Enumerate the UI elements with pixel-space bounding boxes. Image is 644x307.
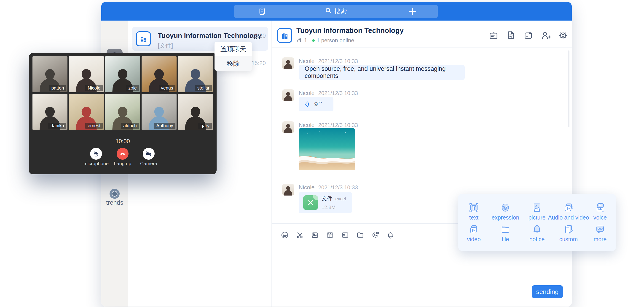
remove-menu-item[interactable]: 移除 <box>214 56 252 71</box>
participant-tile[interactable]: venus <box>142 56 176 92</box>
voice-message-bubble[interactable]: 9`` <box>299 97 334 111</box>
file-folder-icon[interactable] <box>356 231 364 240</box>
participant-name: stellar <box>195 85 212 91</box>
message-meta: Nicole2021/12/3 10:33 <box>299 90 358 96</box>
avatar[interactable] <box>282 121 294 133</box>
panel-item-custom[interactable]: custom <box>553 224 584 243</box>
camera-label: Camera <box>140 161 157 166</box>
participant-name: venus <box>159 85 176 91</box>
avatar[interactable] <box>282 184 294 196</box>
contact-card-icon[interactable] <box>341 231 349 240</box>
microphone-mute-button[interactable] <box>90 148 102 160</box>
participant-tile[interactable]: Nicole <box>69 56 104 92</box>
settings-gear-icon[interactable] <box>558 30 568 40</box>
participant-name: Nicole <box>85 85 103 91</box>
conversation-title: Tuoyun Information Technology <box>158 32 262 39</box>
file-size: 12.8M <box>322 204 346 210</box>
hang-up-label: hang up <box>114 161 131 166</box>
top-bar: 搜索 <box>101 2 572 20</box>
search-icon <box>325 7 332 15</box>
participant-tile[interactable]: aldrich <box>105 94 140 130</box>
composer-toolbar <box>280 231 394 240</box>
participant-name: zoie <box>126 85 139 91</box>
participant-tile[interactable]: danika <box>32 94 68 130</box>
add-button[interactable] <box>408 6 418 17</box>
hang-up-button[interactable] <box>117 148 128 160</box>
conversation-time: 15:20 <box>251 32 266 39</box>
panel-item-notice[interactable]: notice <box>521 224 553 243</box>
members-icon <box>296 37 302 44</box>
message-meta: Nicole2021/12/3 10:33 <box>299 122 358 128</box>
message-meta: Nicole2021/12/3 10:33 <box>299 184 358 191</box>
conversation-time: 15:20 <box>251 60 266 66</box>
group-icon <box>136 31 151 46</box>
text-message-bubble[interactable]: Open source, free, and universal instant… <box>299 65 465 80</box>
chat-panel: Tuoyun Information Technology 1 1 person… <box>272 20 572 307</box>
screenshot-scissors-icon[interactable] <box>296 231 304 240</box>
send-button[interactable]: sending <box>532 285 563 298</box>
conversation-preview: [文件] <box>158 41 173 49</box>
panel-item-voice[interactable]: voice <box>584 202 616 221</box>
participant-tile[interactable]: Anthony <box>142 94 176 130</box>
avatar-silhouette <box>282 121 294 133</box>
search-bar[interactable]: 搜索 <box>234 5 438 18</box>
voice-icon <box>304 100 311 108</box>
call-icon[interactable] <box>371 231 380 240</box>
participant-tile[interactable]: patton <box>32 56 68 92</box>
camera-off-button[interactable] <box>143 148 154 160</box>
chat-history-search-icon[interactable] <box>506 30 516 40</box>
participant-tile[interactable]: ernest <box>69 94 104 130</box>
trends-icon[interactable] <box>110 189 120 199</box>
search-field[interactable]: 搜索 <box>234 5 438 18</box>
avatar-silhouette <box>282 184 294 196</box>
participant-name: gary <box>198 123 212 129</box>
panel-item-text[interactable]: text <box>458 202 490 221</box>
search-placeholder: 搜索 <box>334 7 347 16</box>
group-notice-icon[interactable] <box>488 30 498 40</box>
online-dot <box>312 39 315 42</box>
call-timer: 10:00 <box>29 138 216 145</box>
emoji-icon[interactable] <box>280 231 289 240</box>
member-count: 1 <box>304 37 307 44</box>
image-icon[interactable] <box>311 231 319 240</box>
screen: 搜索 trends <box>0 0 644 307</box>
online-status: 1 person online <box>316 37 354 44</box>
nav-item-trends[interactable]: trends <box>101 199 128 206</box>
chat-title: Tuoyun Information Technology <box>296 26 404 35</box>
participant-tile[interactable]: stellar <box>178 56 213 92</box>
participant-tile[interactable]: gary <box>178 94 213 130</box>
participant-name: patton <box>49 85 66 91</box>
notification-bell-icon[interactable] <box>386 231 394 240</box>
message-type-panel: text expression picture <box>458 194 616 251</box>
avatar[interactable] <box>282 57 294 69</box>
chat-group-icon <box>277 28 292 43</box>
microphone-label: microphone <box>84 161 109 166</box>
group-files-icon[interactable] <box>523 30 533 40</box>
participant-name: aldrich <box>121 123 139 129</box>
file-name: 文件 .excel <box>322 195 346 202</box>
video-clapper-icon[interactable] <box>326 231 334 240</box>
avatar[interactable] <box>282 89 294 101</box>
participant-tile[interactable]: zoie <box>105 56 140 92</box>
participant-name: ernest <box>85 123 103 129</box>
file-message-bubble[interactable]: 文件 .excel 12.8M <box>299 192 352 213</box>
participant-name: danika <box>48 123 66 129</box>
pin-chat-menu-item[interactable]: 置顶聊天 <box>214 42 252 56</box>
panel-item-more[interactable]: more <box>584 224 616 243</box>
header-divider <box>272 47 572 48</box>
participant-name: Anthony <box>154 123 176 129</box>
participant-grid: patton Nicole zoie venus stellar danika <box>32 56 213 130</box>
excel-file-icon <box>303 195 318 210</box>
panel-item-expression[interactable]: expression <box>490 202 521 221</box>
panel-item-file[interactable]: file <box>490 224 521 243</box>
panel-item-video[interactable]: video <box>458 224 490 243</box>
avatar-silhouette <box>282 57 294 69</box>
conversation-context-menu: 置顶聊天 移除 <box>214 42 252 71</box>
video-call-overlay: patton Nicole zoie venus stellar danika <box>29 53 216 174</box>
chat-subtitle: 1 1 person online <box>296 37 354 44</box>
message-scrollbar[interactable] <box>568 50 570 127</box>
add-member-icon[interactable] <box>541 30 551 40</box>
panel-item-audio-video[interactable]: Audio and video <box>553 202 584 221</box>
voice-duration: 9`` <box>314 100 322 108</box>
image-message[interactable] <box>299 128 355 171</box>
